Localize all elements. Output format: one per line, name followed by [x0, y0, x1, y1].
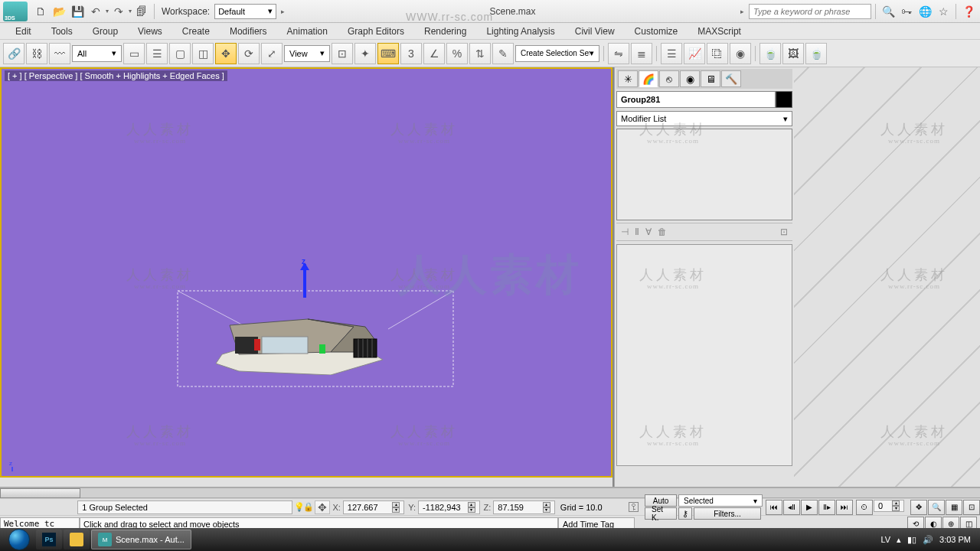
unlink-icon[interactable]: ⛓ — [26, 43, 47, 64]
menu-edit[interactable]: Edit — [6, 24, 41, 38]
mirror-icon[interactable]: ⇋ — [608, 43, 629, 64]
modifier-list-dropdown[interactable]: Modifier List▾ — [616, 111, 792, 126]
modifier-stack[interactable] — [616, 129, 792, 220]
configure-sets-icon[interactable]: ⊡ — [780, 227, 788, 237]
percent-snap-icon[interactable]: % — [446, 43, 468, 64]
open-icon[interactable]: 📂 — [51, 3, 67, 20]
current-frame-field[interactable]: 0▴▾ — [874, 500, 904, 512]
rect-region-icon[interactable]: ▢ — [169, 43, 191, 64]
manipulate-icon[interactable]: ✦ — [354, 43, 376, 64]
curve-editor-icon[interactable]: 📈 — [684, 43, 705, 64]
taskbar-explorer[interactable] — [64, 530, 90, 549]
bind-space-warp-icon[interactable]: 〰 — [49, 43, 70, 64]
x-coord-field[interactable]: 127.667▴▾ — [343, 500, 404, 514]
selection-lock-icon[interactable]: 🔒 — [303, 502, 315, 512]
make-unique-icon[interactable]: ∀ — [645, 227, 652, 237]
house-model[interactable] — [216, 310, 384, 375]
app-icon[interactable]: 3DS — [3, 2, 28, 21]
play-icon[interactable]: ▶ — [801, 500, 818, 515]
tray-network-icon[interactable]: ▮▯ — [907, 535, 916, 545]
ref-coord-system[interactable]: View▾ — [284, 45, 330, 62]
key-mode-icon[interactable]: ⚿ — [628, 500, 640, 514]
new-icon[interactable]: 🗋 — [32, 3, 49, 20]
nav-pan-icon[interactable]: ✥ — [910, 500, 927, 515]
menu-maxscript[interactable]: MAXScript — [688, 24, 750, 38]
menu-lighting-analysis[interactable]: Lighting Analysis — [477, 24, 564, 38]
menu-graph-editors[interactable]: Graph Editors — [338, 24, 413, 38]
angle-snap-icon[interactable]: ∠ — [423, 43, 445, 64]
nav-fov-icon[interactable]: ▦ — [946, 500, 962, 515]
tray-volume-icon[interactable]: 🔊 — [923, 535, 933, 545]
motion-tab-icon[interactable]: ◉ — [680, 70, 700, 87]
create-tab-icon[interactable]: ✳ — [618, 70, 638, 87]
perspective-viewport[interactable]: [ + ] [ Perspective ] [ Smooth + Highlig… — [0, 67, 612, 478]
time-slider-handle[interactable] — [0, 488, 80, 498]
key-hotkey-icon[interactable]: ⚷ — [678, 507, 692, 520]
use-center-icon[interactable]: ⊡ — [332, 43, 353, 64]
schematic-view-icon[interactable]: ⿻ — [707, 43, 728, 64]
utilities-tab-icon[interactable]: 🔨 — [721, 70, 741, 87]
pin-stack-icon[interactable]: ⊣ — [621, 227, 629, 237]
prev-frame-icon[interactable]: ◂Ⅱ — [783, 500, 800, 515]
align-icon[interactable]: ≣ — [631, 43, 652, 64]
object-color-swatch[interactable] — [776, 91, 792, 108]
time-config-icon[interactable]: ⏲ — [856, 500, 873, 515]
nav-zoom-ext-icon[interactable]: ⊡ — [963, 500, 980, 515]
help-search-input[interactable] — [749, 4, 871, 19]
render-setup-icon[interactable]: 🍵 — [760, 43, 781, 64]
binoculars-icon[interactable]: 🔍 — [880, 3, 897, 20]
taskbar-3dsmax[interactable]: MScene.max - Aut... — [91, 530, 191, 549]
menu-group[interactable]: Group — [83, 24, 127, 38]
selection-filter[interactable]: All▾ — [72, 45, 122, 62]
favorite-icon[interactable]: ☆ — [935, 3, 952, 20]
menu-modifiers[interactable]: Modifiers — [220, 24, 276, 38]
display-tab-icon[interactable]: 🖥 — [701, 70, 720, 87]
menu-civil-view[interactable]: Civil View — [566, 24, 624, 38]
time-slider-track[interactable] — [0, 487, 980, 498]
snap-toggle-icon[interactable]: 3 — [400, 43, 422, 64]
undo-icon[interactable]: ↶ — [87, 3, 104, 20]
select-by-name-icon[interactable]: ☰ — [146, 43, 168, 64]
key-filters-button[interactable]: Filters... — [694, 507, 761, 520]
redo-icon[interactable]: ↷ — [110, 3, 127, 20]
tray-chevron-icon[interactable]: ▴ — [897, 535, 901, 545]
menu-rendering[interactable]: Rendering — [415, 24, 475, 38]
nav-zoom-icon[interactable]: 🔍 — [928, 500, 945, 515]
goto-end-icon[interactable]: ⏭ — [836, 500, 853, 515]
edit-named-sel-icon[interactable]: ✎ — [492, 43, 514, 64]
hierarchy-tab-icon[interactable]: ⎋ — [659, 70, 679, 87]
tray-lang[interactable]: LV — [880, 535, 890, 544]
menu-views[interactable]: Views — [129, 24, 172, 38]
tool-icon[interactable]: 🗝 — [898, 3, 915, 20]
tray-clock[interactable]: 3:03 PM — [939, 535, 971, 544]
remove-modifier-icon[interactable]: 🗑 — [658, 227, 667, 237]
start-button[interactable] — [3, 528, 35, 551]
keyboard-shortcut-icon[interactable]: ⌨ — [377, 43, 399, 64]
select-object-icon[interactable]: ▭ — [123, 43, 145, 64]
layers-icon[interactable]: ☰ — [661, 43, 682, 64]
window-crossing-icon[interactable]: ◫ — [192, 43, 214, 64]
next-frame-icon[interactable]: Ⅱ▸ — [818, 500, 835, 515]
menu-animation[interactable]: Animation — [278, 24, 337, 38]
goto-start-icon[interactable]: ⏮ — [766, 500, 782, 515]
render-production-icon[interactable]: 🍵 — [805, 43, 827, 64]
link-icon[interactable]: 🔗 — [3, 43, 24, 64]
project-icon[interactable]: 🗐 — [133, 3, 150, 20]
show-end-result-icon[interactable]: Ⅱ — [635, 227, 639, 237]
set-key-button[interactable]: Set K. — [645, 507, 677, 520]
move-gizmo-z-axis[interactable] — [303, 264, 306, 298]
select-rotate-icon[interactable]: ⟳ — [238, 43, 260, 64]
viewport-label[interactable]: [ + ] [ Perspective ] [ Smooth + Highlig… — [5, 70, 227, 81]
taskbar-photoshop[interactable]: Ps — [36, 530, 62, 549]
modify-tab-icon[interactable]: 🌈 — [639, 70, 658, 87]
select-scale-icon[interactable]: ⤢ — [261, 43, 283, 64]
menu-create[interactable]: Create — [173, 24, 219, 38]
y-coord-field[interactable]: -1182,943▴▾ — [418, 500, 479, 514]
object-name-field[interactable]: Group281 — [616, 91, 776, 108]
rendered-frame-icon[interactable]: 🖼 — [782, 43, 804, 64]
named-selection-sets[interactable]: Create Selection Set▾ — [515, 45, 599, 62]
key-filters-selected[interactable]: Selected▾ — [678, 494, 763, 507]
globe-icon[interactable]: 🌐 — [916, 3, 933, 20]
workspace-selector[interactable]: Default▾ — [214, 4, 276, 19]
menu-customize[interactable]: Customize — [626, 24, 688, 38]
